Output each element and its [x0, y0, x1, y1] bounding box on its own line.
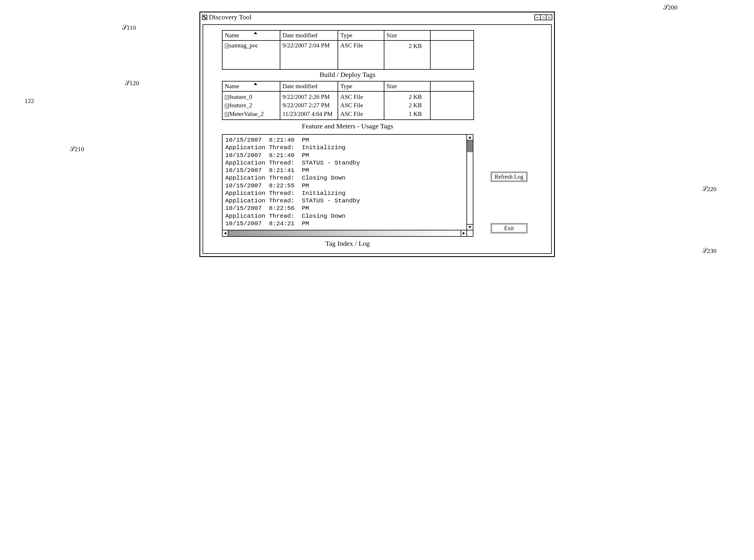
callout-120: 𝒮120 — [124, 79, 139, 87]
file-icon — [225, 112, 229, 117]
callout-220: 𝒮220 — [702, 184, 716, 193]
column-name[interactable]: Name — [222, 81, 280, 92]
build-deploy-table: Name Date modified Type Size samtag_poc … — [222, 30, 474, 70]
sort-indicator-icon — [254, 32, 257, 34]
scroll-down-icon[interactable] — [467, 224, 473, 230]
scrollbar-track[interactable] — [228, 231, 461, 236]
close-button[interactable]: ✕ — [546, 15, 552, 20]
table-row[interactable]: feature_0 feature_2 MeterValue_2 9/22/20… — [222, 92, 474, 120]
titlebar: Discovery Tool — ❐ ✕ — [200, 13, 554, 22]
build-deploy-caption: Build / Deploy Tags — [222, 71, 473, 79]
scrollbar-track[interactable] — [467, 140, 473, 224]
table-row[interactable]: samtag_poc 9/22/2007 2:04 PM ASC File 2 … — [222, 40, 474, 69]
feature-meters-caption: Feature and Meters - Usage Tags — [222, 122, 473, 130]
column-blank — [430, 81, 474, 92]
file-icon — [225, 104, 229, 108]
log-caption: Tag Index / Log — [222, 240, 473, 247]
minimize-button[interactable]: — — [534, 15, 541, 20]
callout-230: 𝒮230 — [702, 246, 716, 255]
maximize-button[interactable]: ❐ — [540, 15, 547, 20]
app-icon — [202, 15, 207, 20]
exit-button[interactable]: Exit — [491, 223, 527, 233]
horizontal-scrollbar[interactable] — [223, 230, 466, 236]
scroll-up-icon[interactable] — [467, 135, 473, 140]
column-blank — [430, 31, 474, 40]
scroll-right-icon[interactable] — [461, 231, 466, 236]
file-icon — [225, 44, 229, 48]
log-content[interactable]: 10/15/2007 8:21:40 PM Application Thread… — [223, 135, 466, 230]
column-size[interactable]: Size — [384, 81, 430, 92]
column-type[interactable]: Type — [338, 31, 384, 40]
refresh-log-button[interactable]: Refresh Log — [491, 172, 527, 182]
feature-meters-table: Name Date modified Type Size feature_0 f… — [222, 81, 474, 120]
callout-210: 𝒮210 — [69, 144, 84, 153]
column-date[interactable]: Date modified — [280, 31, 338, 40]
window-title: Discovery Tool — [209, 13, 252, 21]
column-name[interactable]: Name — [222, 31, 280, 40]
scrollbar-corner — [466, 230, 473, 236]
content-frame: Name Date modified Type Size samtag_poc … — [203, 24, 552, 254]
app-window: Discovery Tool — ❐ ✕ 𝒮110 𝒮120 122 𝒮210 … — [199, 12, 555, 257]
column-type[interactable]: Type — [338, 81, 384, 92]
callout-110: 𝒮110 — [121, 23, 136, 32]
column-size[interactable]: Size — [384, 31, 430, 40]
log-area: 10/15/2007 8:21:40 PM Application Thread… — [222, 134, 473, 237]
vertical-scrollbar[interactable] — [466, 135, 473, 230]
callout-122: 122 — [24, 97, 34, 105]
column-date[interactable]: Date modified — [280, 81, 338, 92]
scrollbar-thumb[interactable] — [467, 140, 473, 152]
scroll-left-icon[interactable] — [223, 231, 228, 236]
sort-indicator-icon — [254, 83, 257, 85]
file-icon — [225, 95, 229, 100]
callout-200: 𝒮200 — [663, 3, 677, 12]
